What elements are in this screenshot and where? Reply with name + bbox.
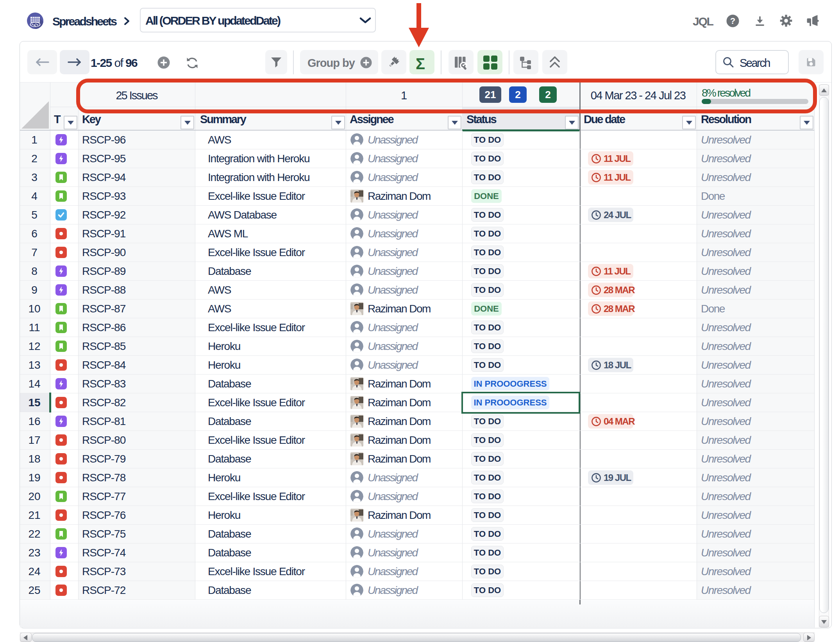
- svg-text:?: ?: [730, 16, 735, 26]
